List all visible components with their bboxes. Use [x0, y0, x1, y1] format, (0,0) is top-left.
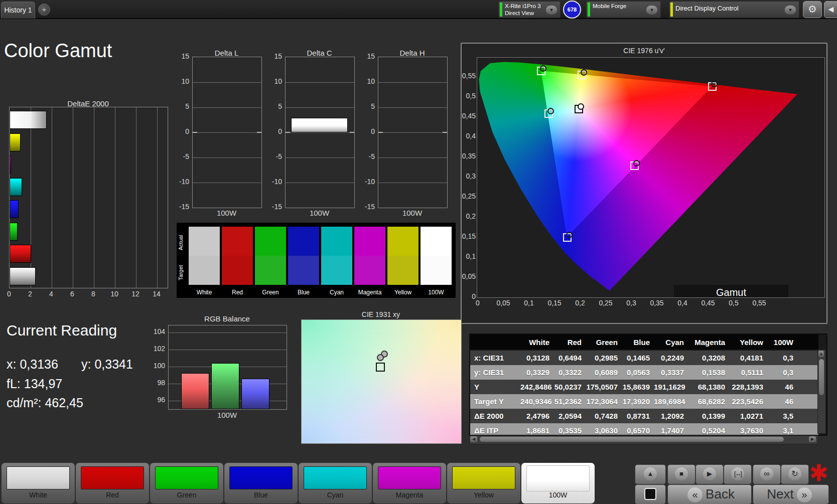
back-button[interactable]: «Back	[667, 484, 752, 504]
chevron-down-icon[interactable]: ▼	[785, 6, 796, 15]
loop-button[interactable]: ↻	[781, 464, 809, 484]
expand-up-button[interactable]: ▲	[635, 464, 666, 484]
x-tick-label: 2	[25, 290, 35, 298]
delta_c-title: Delta C	[285, 49, 354, 57]
y-tick-label: 5	[359, 102, 375, 110]
y-tick-label: -15	[173, 203, 189, 211]
gridline	[73, 107, 73, 288]
target-swatch	[321, 256, 352, 285]
table-cell: 175,0507	[586, 383, 622, 391]
scrollbar-thumb[interactable]	[480, 437, 784, 442]
scroll-left-icon[interactable]: ◀	[470, 436, 477, 442]
delta_h-chart	[378, 57, 448, 208]
stop-measure-button[interactable]	[635, 484, 666, 504]
y-tick-label: 0	[266, 127, 282, 135]
table-cell: 0,3	[767, 354, 797, 362]
table-row: ΔE ITP1,86810,35353,06300,65701,74070,52…	[470, 423, 818, 436]
patch-button-red[interactable]: Red	[75, 462, 150, 504]
table-row: Y242,848650,0237175,050715,8639191,16296…	[470, 380, 818, 394]
table-cell: 0,2249	[654, 354, 688, 362]
table-cell: 1,7407	[654, 426, 688, 435]
page-title: Color Gamut	[4, 40, 112, 62]
patch-swatch	[81, 466, 144, 489]
deltae2000-chart	[9, 107, 168, 288]
zero-tick	[378, 132, 383, 133]
patch-swatch	[304, 466, 367, 489]
row-label: ΔE 2000	[470, 412, 520, 420]
patch-button-cyan[interactable]: Cyan	[298, 462, 372, 504]
current-reading-title: Current Reading	[7, 322, 117, 339]
patch-button-magenta[interactable]: Magenta	[372, 462, 447, 504]
meter-selector[interactable]: X-Rite i1Pro 3Direct View ▼	[498, 1, 561, 18]
stop-button[interactable]: ■	[667, 464, 695, 484]
continuous-button[interactable]: ∞	[753, 464, 781, 484]
target-row-label: Target	[178, 258, 186, 288]
y-tick-label: 0,45	[459, 112, 476, 120]
row-label: y: CIE31	[470, 368, 520, 377]
tab-history-1[interactable]: History 1	[1, 2, 35, 19]
delta_c-chart	[285, 57, 355, 208]
stop-square-icon	[644, 488, 656, 500]
table-header-row: WhiteRedGreenBlueCyanMagentaYellow100W	[470, 334, 818, 350]
patch-button-yellow[interactable]: Yellow	[447, 462, 521, 504]
patch-swatch	[378, 466, 441, 489]
reading-fl: fL: 134,97	[7, 377, 62, 391]
column-header: 100W	[767, 338, 797, 347]
step-range-button[interactable]: [↔]	[724, 464, 752, 484]
table-cell: 0,6570	[622, 426, 654, 435]
table-cell: 2,0594	[553, 412, 586, 420]
y-tick-label: 10	[173, 77, 189, 85]
next-button[interactable]: Next»	[753, 484, 829, 504]
swatch-column-yellow: Yellow	[387, 227, 418, 285]
table-vertical-scrollbar[interactable]: ▲	[817, 350, 826, 434]
chevron-down-icon[interactable]: ▼	[546, 6, 557, 15]
scrollbar-thumb[interactable]	[819, 359, 824, 395]
y-tick-label: 15	[266, 52, 282, 60]
table-cell: 240,9346	[520, 397, 553, 406]
y-tick-label: 0,35	[459, 152, 476, 160]
table-cell: 0,3535	[553, 426, 586, 435]
patch-button-green[interactable]: Green	[150, 462, 224, 504]
table-cell: 46	[767, 383, 797, 391]
gridline	[193, 82, 261, 83]
settings-button[interactable]: ⚙	[803, 1, 822, 18]
rgb-balance-title: RGB Balance	[168, 314, 286, 323]
gridline	[193, 183, 261, 183]
gridline	[286, 132, 354, 133]
patch-label: Green	[150, 491, 223, 499]
play-button[interactable]: ▶	[695, 464, 724, 484]
chevron-down-icon[interactable]: ▼	[646, 6, 657, 15]
deltae-bar-blue	[10, 200, 19, 218]
actual-swatch	[288, 227, 319, 256]
measurement-count-badge[interactable]: 678	[563, 1, 581, 19]
stop-icon: ■	[675, 467, 688, 480]
play-icon: ▶	[703, 467, 716, 480]
add-tab-button[interactable]: +	[38, 4, 50, 16]
table-cell: 228,1393	[729, 383, 767, 391]
column-header: White	[520, 338, 553, 347]
source-selector[interactable]: Mobile Forge ▼	[586, 1, 661, 18]
table-cell: 0,6089	[586, 368, 622, 377]
patch-button-100w[interactable]: 100W	[521, 462, 595, 504]
x-tick-label: 12	[130, 290, 141, 298]
collapse-panel-button[interactable]: ◀	[824, 1, 837, 18]
zero-tick	[193, 132, 197, 133]
scroll-up-icon[interactable]: ▲	[818, 351, 824, 357]
deltae-bar-cyan	[10, 178, 22, 196]
gridline	[286, 107, 354, 108]
cie1931-marker-target	[376, 363, 385, 372]
deltae-bar-100w	[10, 111, 47, 129]
table-cell: 0,3208	[688, 354, 729, 362]
y-tick-label: -10	[173, 178, 189, 186]
measured-marker-white	[578, 103, 584, 110]
patch-button-white[interactable]: White	[1, 462, 75, 504]
table-cell: 0,6494	[553, 354, 586, 362]
y-tick-label: -10	[359, 178, 375, 186]
display-control-selector[interactable]: Direct Display Control ▼	[669, 1, 799, 18]
table-horizontal-scrollbar[interactable]: ◀ ▶	[469, 435, 818, 444]
patch-button-blue[interactable]: Blue	[224, 462, 298, 504]
scroll-right-icon[interactable]: ▶	[809, 436, 816, 442]
target-swatch	[288, 256, 319, 285]
cie1931-gradient	[302, 320, 461, 443]
actual-target-swatch-panel: Actual Target WhiteRedGreenBlueCyanMagen…	[177, 223, 456, 298]
